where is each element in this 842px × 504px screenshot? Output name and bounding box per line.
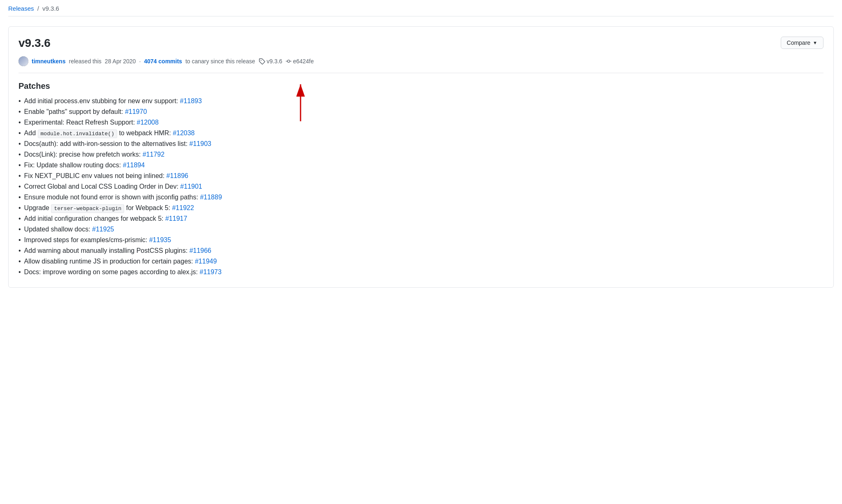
item-link[interactable]: #11792	[143, 151, 164, 158]
author-link[interactable]: timneutkens	[32, 58, 65, 65]
item-text: Upgrade	[24, 204, 51, 211]
item-content: Correct Global and Local CSS Loading Ord…	[24, 183, 202, 190]
item-content: Docs(auth): add with-iron-session to the…	[24, 140, 211, 148]
breadcrumb-separator: /	[37, 5, 39, 12]
list-item: Fix NEXT_PUBLIC env values not being inl…	[19, 171, 823, 181]
release-body: Patches Add initial process.env stubbing…	[19, 81, 823, 277]
breadcrumb: Releases / v9.3.6	[8, 0, 834, 16]
item-link[interactable]: #12008	[137, 119, 159, 126]
item-text: Updated shallow docs:	[24, 226, 92, 233]
item-link[interactable]: #11925	[92, 226, 114, 233]
item-link[interactable]: #11922	[172, 204, 194, 211]
list-item: Correct Global and Local CSS Loading Ord…	[19, 181, 823, 192]
compare-dropdown-arrow: ▼	[813, 40, 817, 45]
item-link[interactable]: #11901	[180, 183, 202, 190]
item-text: Ensure module not found error is shown w…	[24, 194, 200, 201]
item-content: Experimental: React Refresh Support: #12…	[24, 119, 159, 126]
item-link[interactable]: #12038	[173, 129, 194, 136]
item-content: Fix NEXT_PUBLIC env values not being inl…	[24, 172, 188, 180]
release-meta: timneutkens released this 28 Apr 2020 · …	[19, 56, 823, 73]
item-text2: for Webpack 5:	[124, 204, 172, 211]
item-link[interactable]: #11889	[200, 194, 222, 201]
item-content: Allow disabling runtime JS in production…	[24, 258, 217, 265]
item-text: Add warning about manually installing Po…	[24, 247, 190, 254]
item-text: Add initial configuration changes for we…	[24, 215, 165, 222]
item-text: Experimental: React Refresh Support:	[24, 119, 137, 126]
release-header: v9.3.6 Compare ▼	[19, 37, 823, 50]
item-content: Add warning about manually installing Po…	[24, 247, 211, 254]
item-link[interactable]: #11917	[165, 215, 187, 222]
item-link[interactable]: #11970	[125, 108, 147, 115]
list-item: Add warning about manually installing Po…	[19, 245, 823, 256]
item-text: Docs: improve wording on some pages acco…	[24, 268, 200, 275]
item-text: Add initial process.env stubbing for new…	[24, 97, 180, 104]
patches-heading: Patches	[19, 81, 823, 91]
item-text: Improved steps for examples/cms-prismic:	[24, 236, 149, 243]
item-text: Correct Global and Local CSS Loading Ord…	[24, 183, 180, 190]
release-container: v9.3.6 Compare ▼ timneutkens released th…	[8, 26, 834, 288]
list-item: Improved steps for examples/cms-prismic:…	[19, 235, 823, 245]
list-item: Add module.hot.invalidate() to webpack H…	[19, 128, 823, 139]
item-text: Add	[24, 129, 38, 136]
item-content: Improved steps for examples/cms-prismic:…	[24, 236, 171, 244]
item-link[interactable]: #11949	[195, 258, 217, 265]
tag-icon	[259, 58, 265, 65]
release-title: v9.3.6	[19, 37, 51, 50]
item-content: Docs: improve wording on some pages acco…	[24, 268, 222, 276]
avatar	[19, 56, 28, 66]
list-item: Upgrade terser-webpack-plugin for Webpac…	[19, 203, 823, 213]
breadcrumb-current: v9.3.6	[42, 5, 59, 12]
list-item: Docs(Link): precise how prefetch works: …	[19, 149, 823, 160]
item-code: terser-webpack-plugin	[51, 204, 124, 213]
item-content: Add initial process.env stubbing for new…	[24, 97, 202, 105]
item-link[interactable]: #11896	[167, 172, 188, 179]
list-item: Experimental: React Refresh Support: #12…	[19, 117, 823, 128]
item-content: Docs(Link): precise how prefetch works: …	[24, 151, 165, 158]
item-text: Enable "paths" support by default:	[24, 108, 125, 115]
list-item: Add initial process.env stubbing for new…	[19, 96, 823, 106]
item-text: Allow disabling runtime JS in production…	[24, 258, 195, 265]
commit-badge: e6424fe	[286, 58, 314, 65]
item-content: Add initial configuration changes for we…	[24, 215, 187, 222]
item-link[interactable]: #11903	[190, 140, 211, 147]
tag-badge: v9.3.6	[259, 58, 282, 65]
item-link[interactable]: #11966	[190, 247, 211, 254]
item-link[interactable]: #11935	[149, 236, 171, 243]
commits-link[interactable]: 4074 commits	[144, 58, 182, 65]
commit-hash: e6424fe	[293, 58, 314, 65]
item-text2: to webpack HMR:	[117, 129, 173, 136]
list-item: Add initial configuration changes for we…	[19, 213, 823, 224]
item-text: Fix NEXT_PUBLIC env values not being inl…	[24, 172, 167, 179]
item-content: Updated shallow docs: #11925	[24, 226, 114, 233]
tag-value: v9.3.6	[267, 58, 282, 65]
list-item: Enable "paths" support by default: #1197…	[19, 106, 823, 117]
item-content: Fix: Update shallow routing docs: #11894	[24, 162, 145, 169]
dot-separator: ·	[139, 58, 141, 65]
item-link[interactable]: #11893	[180, 97, 202, 104]
item-link[interactable]: #11973	[199, 268, 221, 275]
item-content: Upgrade terser-webpack-plugin for Webpac…	[24, 204, 194, 212]
commit-icon	[286, 58, 291, 64]
item-text: Fix: Update shallow routing docs:	[24, 162, 123, 169]
item-content: Ensure module not found error is shown w…	[24, 194, 222, 201]
list-item: Ensure module not found error is shown w…	[19, 192, 823, 203]
list-item: Allow disabling runtime JS in production…	[19, 256, 823, 267]
list-item: Docs: improve wording on some pages acco…	[19, 267, 823, 277]
commits-suffix: to canary since this release	[185, 58, 255, 65]
item-text: Docs(Link): precise how prefetch works:	[24, 151, 143, 158]
item-text: Docs(auth): add with-iron-session to the…	[24, 140, 190, 147]
releases-link[interactable]: Releases	[8, 5, 34, 12]
release-date: 28 Apr 2020	[105, 58, 136, 65]
item-code: module.hot.invalidate()	[38, 129, 117, 138]
avatar-image	[19, 56, 28, 66]
patches-list: Add initial process.env stubbing for new…	[19, 96, 823, 277]
action-text: released this	[69, 58, 101, 65]
item-link[interactable]: #11894	[123, 162, 145, 169]
list-item: Updated shallow docs: #11925	[19, 224, 823, 235]
item-content: Add module.hot.invalidate() to webpack H…	[24, 129, 195, 137]
item-content: Enable "paths" support by default: #1197…	[24, 108, 147, 116]
list-item: Docs(auth): add with-iron-session to the…	[19, 139, 823, 149]
compare-button[interactable]: Compare ▼	[781, 37, 823, 49]
list-item: Fix: Update shallow routing docs: #11894	[19, 160, 823, 171]
